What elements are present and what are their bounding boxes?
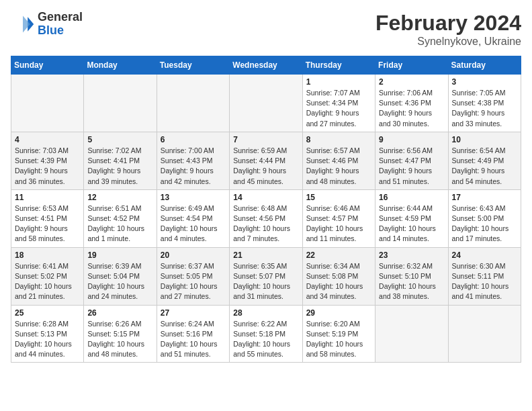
day-number: 17 [452, 193, 517, 202]
calendar-cell: 14Sunrise: 6:48 AMSunset: 4:56 PMDayligh… [230, 189, 302, 247]
day-number: 19 [87, 250, 152, 260]
day-info: Sunrise: 6:43 AMSunset: 5:00 PMDaylight:… [452, 203, 517, 244]
day-info: Sunrise: 6:48 AMSunset: 4:56 PMDaylight:… [233, 203, 298, 244]
calendar-cell: 12Sunrise: 6:51 AMSunset: 4:52 PMDayligh… [84, 189, 157, 247]
calendar-cell: 7Sunrise: 6:59 AMSunset: 4:44 PMDaylight… [230, 132, 302, 189]
calendar-cell: 23Sunrise: 6:32 AMSunset: 5:10 PMDayligh… [375, 247, 448, 305]
day-number: 13 [161, 193, 226, 202]
calendar-body: 1Sunrise: 7:07 AMSunset: 4:34 PMDaylight… [11, 75, 521, 363]
day-of-week-header: Monday [84, 56, 157, 75]
day-number: 20 [161, 250, 226, 260]
calendar-cell: 13Sunrise: 6:49 AMSunset: 4:54 PMDayligh… [157, 189, 229, 247]
day-info: Sunrise: 6:26 AMSunset: 5:15 PMDaylight:… [87, 319, 152, 360]
calendar-cell [230, 75, 302, 132]
days-of-week-row: SundayMondayTuesdayWednesdayThursdayFrid… [11, 56, 521, 75]
page-header: General Blue February 2024 Synelnykove, … [11, 11, 521, 48]
day-number: 18 [15, 250, 80, 260]
calendar-cell: 8Sunrise: 6:57 AMSunset: 4:46 PMDaylight… [302, 132, 375, 189]
calendar-cell [448, 305, 521, 363]
day-number: 11 [15, 193, 80, 202]
calendar-cell: 26Sunrise: 6:26 AMSunset: 5:15 PMDayligh… [84, 305, 157, 363]
calendar-cell: 17Sunrise: 6:43 AMSunset: 5:00 PMDayligh… [448, 189, 521, 247]
calendar-cell: 11Sunrise: 6:53 AMSunset: 4:51 PMDayligh… [11, 189, 84, 247]
logo-general: General [38, 11, 83, 24]
day-of-week-header: Tuesday [157, 56, 229, 75]
logo: General Blue [11, 11, 83, 38]
calendar-cell: 25Sunrise: 6:28 AMSunset: 5:13 PMDayligh… [11, 305, 84, 363]
day-number: 7 [233, 135, 298, 144]
day-number: 9 [379, 135, 444, 144]
calendar-cell: 22Sunrise: 6:34 AMSunset: 5:08 PMDayligh… [302, 247, 375, 305]
day-info: Sunrise: 6:46 AMSunset: 4:57 PMDaylight:… [306, 203, 371, 244]
day-info: Sunrise: 6:32 AMSunset: 5:10 PMDaylight:… [379, 261, 444, 302]
calendar-cell: 28Sunrise: 6:22 AMSunset: 5:18 PMDayligh… [230, 305, 302, 363]
day-info: Sunrise: 7:02 AMSunset: 4:41 PMDaylight:… [87, 146, 152, 187]
day-info: Sunrise: 6:28 AMSunset: 5:13 PMDaylight:… [15, 319, 80, 360]
calendar-week-row: 4Sunrise: 7:03 AMSunset: 4:39 PMDaylight… [11, 132, 521, 189]
day-info: Sunrise: 6:41 AMSunset: 5:02 PMDaylight:… [15, 261, 80, 302]
day-number: 12 [87, 193, 152, 202]
day-info: Sunrise: 7:06 AMSunset: 4:36 PMDaylight:… [379, 88, 444, 129]
calendar-header: SundayMondayTuesdayWednesdayThursdayFrid… [11, 56, 521, 75]
calendar-cell: 24Sunrise: 6:30 AMSunset: 5:11 PMDayligh… [448, 247, 521, 305]
calendar-cell: 15Sunrise: 6:46 AMSunset: 4:57 PMDayligh… [302, 189, 375, 247]
day-number: 26 [87, 308, 152, 318]
day-number: 16 [379, 193, 444, 202]
day-number: 29 [306, 308, 371, 318]
day-info: Sunrise: 7:07 AMSunset: 4:34 PMDaylight:… [306, 88, 371, 129]
day-info: Sunrise: 7:00 AMSunset: 4:43 PMDaylight:… [161, 146, 226, 187]
day-of-week-header: Thursday [302, 56, 375, 75]
day-of-week-header: Wednesday [230, 56, 302, 75]
day-info: Sunrise: 7:03 AMSunset: 4:39 PMDaylight:… [15, 146, 80, 187]
svg-marker-1 [23, 15, 30, 32]
day-info: Sunrise: 6:20 AMSunset: 5:19 PMDaylight:… [306, 319, 371, 360]
calendar-cell: 16Sunrise: 6:44 AMSunset: 4:59 PMDayligh… [375, 189, 448, 247]
calendar-cell: 2Sunrise: 7:06 AMSunset: 4:36 PMDaylight… [375, 75, 448, 132]
calendar-cell: 6Sunrise: 7:00 AMSunset: 4:43 PMDaylight… [157, 132, 229, 189]
day-of-week-header: Saturday [448, 56, 521, 75]
day-number: 21 [233, 250, 298, 260]
calendar-cell: 9Sunrise: 6:56 AMSunset: 4:47 PMDaylight… [375, 132, 448, 189]
day-info: Sunrise: 6:37 AMSunset: 5:05 PMDaylight:… [161, 261, 226, 302]
title-block: February 2024 Synelnykove, Ukraine [375, 11, 521, 48]
month-year-title: February 2024 [375, 11, 521, 36]
calendar-cell: 10Sunrise: 6:54 AMSunset: 4:49 PMDayligh… [448, 132, 521, 189]
day-number: 14 [233, 193, 298, 202]
day-number: 23 [379, 250, 444, 260]
calendar-cell: 27Sunrise: 6:24 AMSunset: 5:16 PMDayligh… [157, 305, 229, 363]
day-info: Sunrise: 7:05 AMSunset: 4:38 PMDaylight:… [452, 88, 517, 129]
location-subtitle: Synelnykove, Ukraine [375, 36, 521, 48]
day-number: 1 [306, 77, 371, 87]
day-info: Sunrise: 6:51 AMSunset: 4:52 PMDaylight:… [87, 203, 152, 244]
day-number: 22 [306, 250, 371, 260]
day-info: Sunrise: 6:49 AMSunset: 4:54 PMDaylight:… [161, 203, 226, 244]
logo-blue: Blue [38, 24, 83, 38]
calendar-week-row: 18Sunrise: 6:41 AMSunset: 5:02 PMDayligh… [11, 247, 521, 305]
day-number: 27 [161, 308, 226, 318]
day-number: 28 [233, 308, 298, 318]
calendar-cell [84, 75, 157, 132]
day-number: 6 [161, 135, 226, 144]
day-number: 15 [306, 193, 371, 202]
calendar-cell [375, 305, 448, 363]
day-number: 3 [452, 77, 517, 87]
calendar-week-row: 1Sunrise: 7:07 AMSunset: 4:34 PMDaylight… [11, 75, 521, 132]
calendar-cell: 29Sunrise: 6:20 AMSunset: 5:19 PMDayligh… [302, 305, 375, 363]
calendar-cell: 4Sunrise: 7:03 AMSunset: 4:39 PMDaylight… [11, 132, 84, 189]
calendar-cell: 19Sunrise: 6:39 AMSunset: 5:04 PMDayligh… [84, 247, 157, 305]
day-number: 25 [15, 308, 80, 318]
day-info: Sunrise: 6:30 AMSunset: 5:11 PMDaylight:… [452, 261, 517, 302]
calendar-cell: 3Sunrise: 7:05 AMSunset: 4:38 PMDaylight… [448, 75, 521, 132]
day-info: Sunrise: 6:57 AMSunset: 4:46 PMDaylight:… [306, 146, 371, 187]
day-info: Sunrise: 6:59 AMSunset: 4:44 PMDaylight:… [233, 146, 298, 187]
day-info: Sunrise: 6:22 AMSunset: 5:18 PMDaylight:… [233, 319, 298, 360]
day-number: 2 [379, 77, 444, 87]
logo-text: General Blue [38, 11, 83, 38]
calendar-cell: 18Sunrise: 6:41 AMSunset: 5:02 PMDayligh… [11, 247, 84, 305]
day-number: 8 [306, 135, 371, 144]
calendar-cell: 20Sunrise: 6:37 AMSunset: 5:05 PMDayligh… [157, 247, 229, 305]
calendar-cell: 5Sunrise: 7:02 AMSunset: 4:41 PMDaylight… [84, 132, 157, 189]
day-info: Sunrise: 6:56 AMSunset: 4:47 PMDaylight:… [379, 146, 444, 187]
day-info: Sunrise: 6:39 AMSunset: 5:04 PMDaylight:… [87, 261, 152, 302]
calendar-week-row: 11Sunrise: 6:53 AMSunset: 4:51 PMDayligh… [11, 189, 521, 247]
